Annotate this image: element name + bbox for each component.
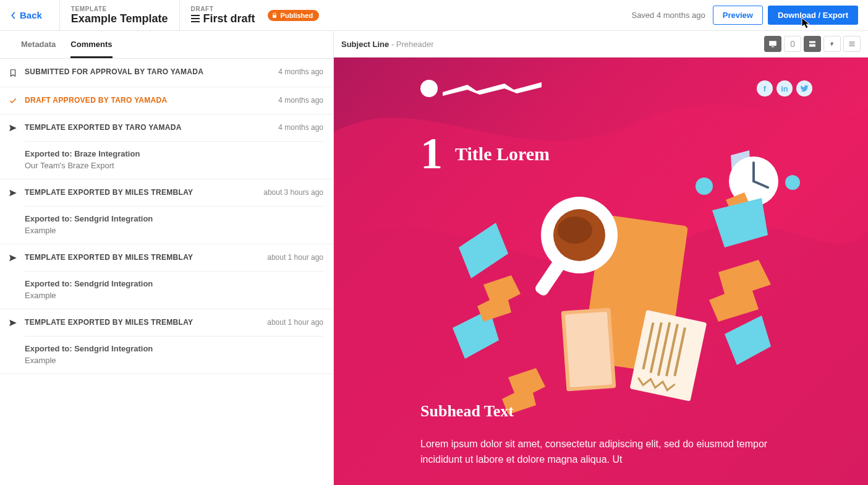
- check-icon: [7, 97, 19, 105]
- view-tools: [764, 36, 861, 52]
- template-block[interactable]: TEMPLATE Example Template: [66, 6, 173, 25]
- draft-label: DRAFT: [191, 6, 255, 12]
- svg-rect-4: [809, 45, 815, 47]
- feed-item[interactable]: TEMPLATE EXPORTED BY MILES TREMBLAYabout…: [0, 179, 333, 244]
- feed-item-time: about 3 hours ago: [263, 188, 323, 197]
- email-logo: [420, 80, 542, 97]
- twitter-icon[interactable]: [796, 80, 812, 97]
- activity-feed: SUBMITTED FOR APPROVAL BY TARO YAMADA4 m…: [0, 59, 333, 374]
- feed-detail-line2: Example: [25, 226, 323, 235]
- subject-text: Subject Line: [341, 40, 389, 49]
- feed-detail-line1: Exported to: Sendgrid Integration: [25, 279, 323, 288]
- facebook-icon[interactable]: f: [757, 80, 773, 97]
- feed-item[interactable]: TEMPLATE EXPORTED BY MILES TREMBLAYabout…: [0, 309, 333, 374]
- email-header: f in: [334, 58, 868, 97]
- download-export-button[interactable]: Download / Export: [768, 6, 858, 25]
- svg-rect-17: [565, 312, 612, 387]
- svg-rect-0: [769, 41, 777, 46]
- feed-item[interactable]: TEMPLATE EXPORTED BY TARO YAMADA4 months…: [0, 114, 333, 179]
- send-icon: [7, 254, 19, 262]
- feed-item[interactable]: TEMPLATE EXPORTED BY MILES TREMBLAYabout…: [0, 244, 333, 309]
- left-panel: Metadata Comments SUBMITTED FOR APPROVAL…: [0, 31, 334, 485]
- subject-line[interactable]: Subject Line - Preheader: [341, 40, 434, 49]
- tab-bar: Metadata Comments: [0, 31, 333, 59]
- send-icon: [7, 319, 19, 327]
- feed-item-detail: Exported to: Braze IntegrationOur Team's…: [25, 141, 323, 170]
- feed-item-title: SUBMITTED FOR APPROVAL BY TARO YAMADA: [25, 67, 272, 76]
- send-icon: [7, 189, 19, 197]
- badge-label: Published: [281, 12, 313, 19]
- main-illustration: [334, 179, 868, 402]
- feed-item-detail: Exported to: Sendgrid IntegrationExample: [25, 206, 323, 235]
- divider: [179, 0, 180, 31]
- feed-item-time: about 1 hour ago: [267, 253, 323, 262]
- draft-value: First draft: [203, 12, 255, 25]
- feed-item-time: about 1 hour ago: [267, 318, 323, 327]
- chevron-left-icon: [10, 11, 17, 20]
- saved-status: Saved 4 months ago: [631, 11, 705, 20]
- send-icon: [7, 124, 19, 132]
- mobile-view-button[interactable]: [784, 36, 801, 52]
- feed-detail-line1: Exported to: Sendgrid Integration: [25, 344, 323, 353]
- svg-rect-2: [791, 41, 794, 46]
- social-icons: f in: [757, 80, 812, 97]
- amp-view-button[interactable]: [823, 36, 841, 52]
- divider: [59, 0, 60, 31]
- email-canvas[interactable]: f in 1 Title Lorem: [334, 58, 868, 485]
- svg-rect-3: [809, 41, 815, 43]
- feed-item-title: TEMPLATE EXPORTED BY TARO YAMADA: [25, 123, 272, 132]
- preview-button[interactable]: Preview: [713, 6, 763, 25]
- svg-point-14: [558, 217, 592, 244]
- desktop-view-button[interactable]: [764, 36, 781, 52]
- preheader-text: - Preheader: [391, 40, 434, 49]
- feed-detail-line2: Our Team's Braze Export: [25, 161, 323, 170]
- template-label: TEMPLATE: [71, 6, 168, 12]
- cursor-icon: [801, 17, 811, 30]
- svg-rect-1: [772, 46, 775, 47]
- feed-detail-line2: Example: [25, 291, 323, 300]
- lock-icon: [271, 12, 278, 19]
- preview-panel: Subject Line - Preheader: [334, 31, 868, 485]
- draft-block[interactable]: DRAFT First draft: [186, 6, 260, 25]
- feed-detail-line1: Exported to: Braze Integration: [25, 149, 323, 158]
- feed-item[interactable]: DRAFT APPROVED BY TARO YAMADA4 months ag…: [0, 87, 333, 114]
- svg-rect-15: [534, 256, 568, 297]
- feed-item-title: TEMPLATE EXPORTED BY MILES TREMBLAY: [25, 318, 261, 327]
- feed-item-detail: Exported to: Sendgrid IntegrationExample: [25, 336, 323, 365]
- feed-item-detail: Exported to: Sendgrid IntegrationExample: [25, 271, 323, 300]
- feed-item-time: 4 months ago: [278, 67, 323, 76]
- back-label: Back: [20, 10, 42, 20]
- text-view-button[interactable]: [843, 36, 861, 52]
- subhead-text: Subhead Text: [420, 402, 781, 421]
- menu-icon: [191, 15, 200, 22]
- blocks-view-button[interactable]: [804, 36, 821, 52]
- feed-item[interactable]: SUBMITTED FOR APPROVAL BY TARO YAMADA4 m…: [0, 59, 333, 87]
- feed-detail-line1: Exported to: Sendgrid Integration: [25, 214, 323, 223]
- linkedin-icon[interactable]: in: [777, 80, 793, 97]
- feed-item-title: TEMPLATE EXPORTED BY MILES TREMBLAY: [25, 253, 261, 262]
- feed-item-title: DRAFT APPROVED BY TARO YAMADA: [25, 96, 272, 105]
- body-text: Lorem ipsum dolor sit amet, consectetur …: [420, 437, 781, 468]
- tab-comments[interactable]: Comments: [70, 40, 112, 58]
- template-value: Example Template: [71, 12, 168, 25]
- email-body-block: Subhead Text Lorem ipsum dolor sit amet,…: [334, 402, 868, 468]
- bookmark-icon: [7, 68, 19, 78]
- published-badge: Published: [268, 10, 320, 21]
- feed-item-time: 4 months ago: [278, 123, 323, 132]
- feed-detail-line2: Example: [25, 356, 323, 365]
- feed-item-title: TEMPLATE EXPORTED BY MILES TREMBLAY: [25, 188, 257, 197]
- tab-metadata[interactable]: Metadata: [21, 40, 56, 58]
- back-button[interactable]: Back: [10, 10, 53, 20]
- feed-item-time: 4 months ago: [278, 96, 323, 105]
